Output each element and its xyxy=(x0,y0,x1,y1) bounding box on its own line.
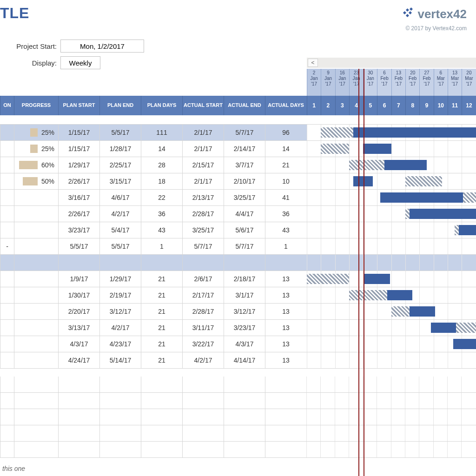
gantt-row xyxy=(307,190,476,206)
scroll-left-button[interactable]: < xyxy=(308,59,318,67)
table-row[interactable]: 25%1/15/175/5/171112/1/175/7/1796 xyxy=(0,125,307,141)
table-row[interactable]: 4/3/174/23/17213/22/174/3/1713 xyxy=(0,336,307,352)
cell-plan_end: 1/28/17 xyxy=(99,141,141,157)
week-col: 11 xyxy=(448,96,462,115)
table-row[interactable]: 25%1/15/171/28/17142/1/172/14/1714 xyxy=(0,141,307,157)
week-col: 12 xyxy=(462,96,476,115)
cell-on xyxy=(0,157,14,173)
table-row[interactable]: 2/20/173/12/17212/28/173/12/1713 xyxy=(0,304,307,320)
week-col: 1 xyxy=(307,96,321,115)
cell-actual_days: 43 xyxy=(265,222,306,238)
cell-plan_end: 4/2/17 xyxy=(99,320,141,336)
date-col: 27Feb'17 xyxy=(419,69,433,96)
project-start-label: Project Start: xyxy=(0,42,60,50)
brand-name: vertex42 xyxy=(417,7,467,21)
week-col: 4 xyxy=(349,96,363,115)
actual-bar xyxy=(387,290,413,300)
date-col: 2Jan'17 xyxy=(307,69,321,96)
table-row[interactable]: 3/13/174/2/17213/11/173/23/1713 xyxy=(0,320,307,336)
gantt-row xyxy=(307,352,476,369)
display-select[interactable]: Weekly xyxy=(60,56,100,69)
cell-plan_days: 21 xyxy=(141,320,182,336)
cell-actual_days: 41 xyxy=(265,190,306,205)
cell-actual_start: 2/13/17 xyxy=(182,190,224,205)
cell-plan_start: 1/9/17 xyxy=(58,271,99,287)
cell-on xyxy=(0,125,14,140)
week-col: 9 xyxy=(419,96,433,115)
cell-plan_days: 21 xyxy=(141,271,182,287)
cell-actual_start: 2/6/17 xyxy=(182,271,224,287)
table-row[interactable]: 1/30/172/19/17212/17/173/1/1713 xyxy=(0,287,307,304)
table-row[interactable] xyxy=(0,255,307,271)
cell-actual_start: 3/25/17 xyxy=(182,222,224,238)
cell-plan_days: 36 xyxy=(141,206,182,222)
table-row[interactable]: 1/9/171/29/17212/6/172/18/1713 xyxy=(0,271,307,287)
cell-actual_start: 4/2/17 xyxy=(182,352,224,368)
gantt-row xyxy=(307,320,476,336)
cell-on xyxy=(0,320,14,336)
plan-bar xyxy=(405,176,442,186)
brand-block: vertex42 © 2017 by Vertex42.com xyxy=(402,7,467,32)
cell-plan_start: 4/3/17 xyxy=(58,336,99,352)
cell-on xyxy=(0,190,14,205)
cell-plan_end: 2/25/17 xyxy=(99,157,141,173)
table-row[interactable]: -5/5/175/5/1715/7/175/7/171 xyxy=(0,238,307,255)
cell-on: - xyxy=(0,238,14,254)
plan-bar xyxy=(307,274,349,284)
cell-plan_start: 1/15/17 xyxy=(58,141,99,157)
cell-on xyxy=(0,271,14,287)
cell-actual_start: 2/1/17 xyxy=(182,125,224,140)
cell-actual_start: 3/22/17 xyxy=(182,336,224,352)
table-row[interactable]: 60%1/29/172/25/17282/15/173/7/1721 xyxy=(0,157,307,173)
actual-bar xyxy=(410,209,476,219)
cell-actual_end: 4/4/17 xyxy=(224,206,265,222)
cell-actual_start: 2/15/17 xyxy=(182,157,224,173)
gantt-row xyxy=(307,238,476,255)
week-col: 3 xyxy=(335,96,349,115)
gantt-row xyxy=(307,125,476,141)
cell-on xyxy=(0,352,14,368)
actual-bar xyxy=(380,192,463,203)
table-row[interactable]: 50%2/26/173/15/17182/1/172/10/1710 xyxy=(0,173,307,190)
cell-plan_end: 5/14/17 xyxy=(99,352,141,368)
cell-actual_end: 4/3/17 xyxy=(224,336,265,352)
gantt-row xyxy=(307,287,476,304)
cell-actual_end: 3/25/17 xyxy=(224,190,265,205)
cell-actual_end: 5/7/17 xyxy=(224,125,265,140)
cell-actual_end: 5/6/17 xyxy=(224,222,265,238)
col-plan-end: PLAN END xyxy=(99,96,141,115)
actual-bar xyxy=(459,225,476,235)
cell-plan_end: 4/6/17 xyxy=(99,190,141,205)
cell-on xyxy=(0,206,14,222)
cell-progress: 25% xyxy=(14,141,58,157)
project-start-input[interactable]: Mon, 1/2/2017 xyxy=(60,40,144,53)
brand-copyright: © 2017 by Vertex42.com xyxy=(402,25,467,32)
table-row[interactable] xyxy=(0,115,307,125)
cell-actual_end: 3/23/17 xyxy=(224,320,265,336)
cell-plan_days: 28 xyxy=(141,157,182,173)
empty-row xyxy=(0,409,476,425)
cell-on xyxy=(0,222,14,238)
cell-actual_days: 21 xyxy=(265,157,306,173)
cell-actual_days: 36 xyxy=(265,206,306,222)
cell-progress xyxy=(14,320,58,336)
cell-actual_start: 2/28/17 xyxy=(182,206,224,222)
progress-bar xyxy=(30,145,38,153)
week-col: 2 xyxy=(321,96,335,115)
date-col: 6Mar'17 xyxy=(434,69,448,96)
table-row[interactable]: 3/23/175/4/17433/25/175/6/1743 xyxy=(0,222,307,238)
table-row[interactable]: 3/16/174/6/17222/13/173/25/1741 xyxy=(0,190,307,206)
gantt-row xyxy=(307,157,476,173)
gantt-chart xyxy=(307,115,476,369)
cell-actual_end: 3/1/17 xyxy=(224,287,265,303)
display-label: Display: xyxy=(0,59,60,67)
cell-progress xyxy=(14,190,58,205)
table-row[interactable]: 4/24/175/14/17214/2/174/14/1713 xyxy=(0,352,307,369)
week-col: 6 xyxy=(377,96,391,115)
cell-plan_end: 1/29/17 xyxy=(99,271,141,287)
table-row[interactable]: 2/26/174/2/17362/28/174/4/1736 xyxy=(0,206,307,222)
timeline-week-header: 123456789101112 xyxy=(307,96,476,115)
timeline-scroll[interactable]: < xyxy=(307,58,476,68)
cell-actual_start: 2/28/17 xyxy=(182,304,224,319)
date-col: 13Mar'17 xyxy=(448,69,462,96)
